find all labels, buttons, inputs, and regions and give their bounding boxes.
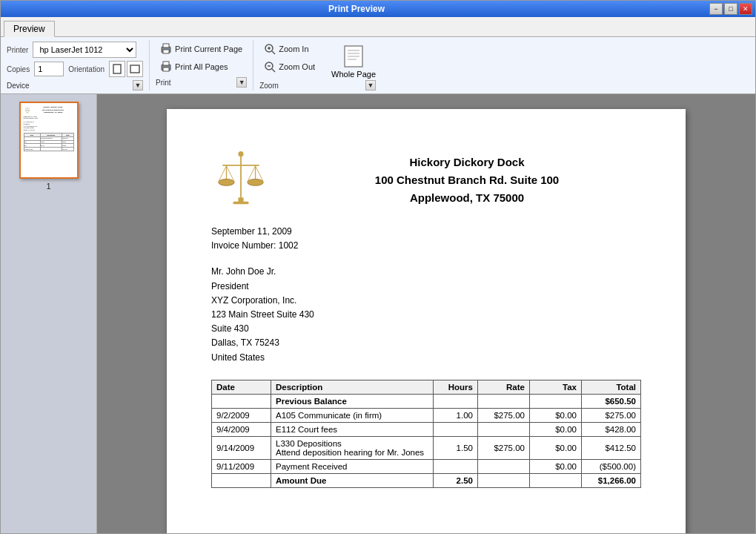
printer-row: Printer hp LaserJet 1012 [7,40,136,59]
row3-total: $428.00 [582,422,641,436]
row2-hours: 1.00 [434,408,478,422]
toolbar-print-group: Print Current Page Print All Pages Print… [150,40,253,90]
svg-rect-4 [163,50,169,53]
row2-rate: $275.00 [478,408,530,422]
copies-label: Copies [7,65,30,73]
scales-icon [211,146,271,205]
title-bar: Print Preview − □ ✕ [1,1,755,17]
toolbar-device-group: Printer hp LaserJet 1012 Copies Orientat… [7,40,150,90]
row1-hours [434,394,478,408]
main-window: Print Preview − □ ✕ Preview Printer hp L… [0,0,756,534]
svg-line-15 [272,69,275,72]
row6-tax [530,473,582,487]
print-all-pages-label: Print All Pages [175,62,228,71]
copies-input[interactable] [34,62,64,76]
invoice-table: Date Description Hours Rate Tax Total Pr… [211,380,641,488]
invoice-meta: September 11, 2009 Invoice Number: 1002 [211,225,641,253]
svg-point-9 [168,66,170,67]
restore-button[interactable]: □ [724,3,737,15]
row5-total: ($500.00) [582,459,641,473]
recipient-title: President [211,280,641,294]
row4-total: $412.50 [582,436,641,459]
device-group-label-bar: Device ▼ [7,79,143,90]
tab-preview[interactable]: Preview [4,21,55,37]
row3-hours [434,422,478,436]
col-tax: Tax [530,380,582,394]
col-description: Description [271,380,434,394]
svg-rect-32 [240,156,242,199]
table-row: Previous Balance $650.50 [212,394,641,408]
zoom-out-label: Zoom Out [279,62,315,71]
device-expand-button[interactable]: ▼ [133,80,143,90]
page-thumbnails: Hickory Dickory Dock100 Chestnut Branch … [19,102,79,191]
row1-date [212,394,271,408]
landscape-button[interactable] [127,61,143,77]
row4-tax: $0.00 [530,436,582,459]
page-thumb-1[interactable]: Hickory Dickory Dock100 Chestnut Branch … [19,102,79,179]
table-row: 9/14/2009 L330 DepositionsAttend deposit… [212,436,641,459]
row3-tax: $0.00 [530,422,582,436]
company-header: Hickory Dickory Dock 100 Chestnut Branch… [293,146,641,207]
svg-point-27 [27,110,29,111]
col-rate: Rate [478,380,530,394]
close-button[interactable]: ✕ [739,3,752,15]
print-expand-button[interactable]: ▼ [236,77,247,88]
printer-label: Printer [7,46,28,54]
recipient-address2: Suite 430 [211,322,641,336]
minimize-button[interactable]: − [709,3,723,15]
row1-description: Previous Balance [271,394,434,408]
preview-area[interactable]: Hickory Dickory Dock 100 Chestnut Branch… [97,94,755,533]
row5-hours [434,459,478,473]
print-group-label: Print [156,79,171,87]
row6-rate [478,473,530,487]
pages-panel: Hickory Dickory Dock100 Chestnut Branch … [1,94,97,533]
zoom-in-button[interactable]: Zoom In [259,40,319,58]
device-group-label: Device [7,82,30,90]
row4-date: 9/14/2009 [212,436,271,459]
row6-description: Amount Due [271,473,434,487]
row2-total: $275.00 [582,408,641,422]
print-all-pages-button[interactable]: Print All Pages [156,58,233,76]
row5-description: Payment Received [271,459,434,473]
copies-row: Copies Orientation [7,59,143,79]
whole-page-label[interactable]: Whole Page [331,70,376,79]
zoom-in-label: Zoom In [279,44,308,53]
svg-line-24 [25,108,26,111]
row3-date: 9/4/2009 [212,422,271,436]
row5-tax: $0.00 [530,459,582,473]
zoom-in-icon [264,43,276,55]
col-hours: Hours [434,380,478,394]
row3-description: E112 Court fees [271,422,434,436]
recipient-address1: 123 Main Street Suite 430 [211,308,641,322]
zoom-out-icon [264,61,276,73]
zoom-expand-button[interactable]: ▼ [365,80,376,90]
recipient-company: XYZ Corporation, Inc. [211,294,641,308]
invoice-number-row: Invoice Number: 1002 [211,239,641,253]
row6-total: $1,266.00 [582,473,641,487]
svg-point-26 [24,110,26,111]
row2-tax: $0.00 [530,408,582,422]
toolbar-zoom-group: Zoom In Zoom Out [253,40,382,90]
svg-point-5 [168,48,170,50]
page-number-1: 1 [46,182,50,191]
svg-line-25 [29,108,30,111]
recipient-city: Dallas, TX 75243 [211,336,641,350]
invoice-number-label: Invoice Number: [211,240,276,251]
row1-total: $650.50 [582,394,641,408]
printer-icon [160,43,172,55]
table-row: Amount Due 2.50 $1,266.00 [212,473,641,487]
row4-hours: 1.50 [434,436,478,459]
svg-rect-31 [233,202,248,205]
print-current-page-button[interactable]: Print Current Page [156,40,247,58]
zoom-group-label-bar: Zoom ▼ [259,79,376,90]
invoice-header: Hickory Dickory Dock 100 Chestnut Branch… [211,146,641,207]
svg-rect-8 [163,67,169,71]
row3-rate [478,422,530,436]
svg-point-37 [219,179,234,185]
table-row: 9/11/2009 Payment Received $0.00 ($500.0… [212,459,641,473]
svg-rect-34 [222,165,259,166]
svg-rect-3 [163,44,169,47]
printer-select[interactable]: hp LaserJet 1012 [33,42,136,58]
portrait-button[interactable] [109,61,125,77]
zoom-out-button[interactable]: Zoom Out [259,58,319,76]
